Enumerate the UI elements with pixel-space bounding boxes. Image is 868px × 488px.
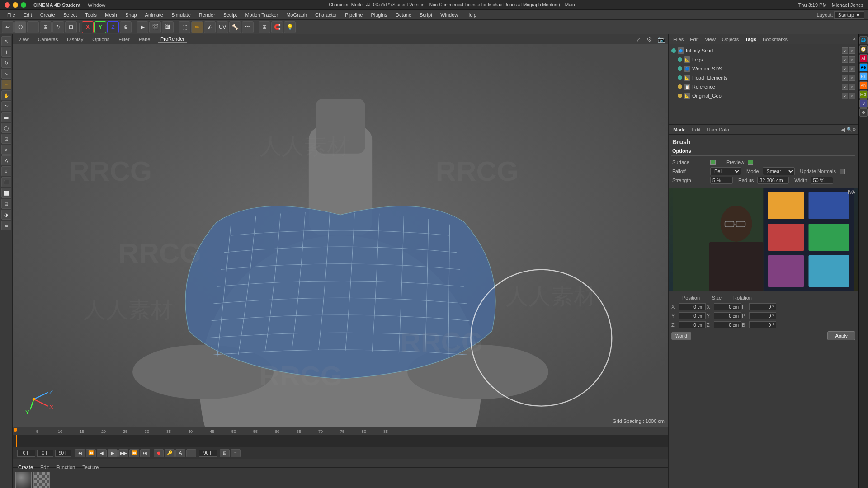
- tree-vis-2[interactable]: ○: [849, 56, 855, 63]
- tool-mask[interactable]: ◑: [1, 210, 11, 220]
- tree-item-infinity-scarf[interactable]: 🔷 Infinity Scarf ✓ ○: [670, 46, 856, 55]
- viewport[interactable]: Perspective: [13, 44, 668, 427]
- go-to-end-btn[interactable]: ⏭: [140, 449, 150, 457]
- rt-tab-files[interactable]: Files: [670, 36, 686, 43]
- props-tab-user-data[interactable]: User Data: [704, 126, 732, 133]
- tool-rotate[interactable]: ↻: [1, 58, 11, 68]
- rot-p-field[interactable]: [749, 312, 776, 319]
- size-z-field[interactable]: [714, 321, 741, 328]
- tree-vis-3[interactable]: ○: [849, 66, 855, 72]
- menu-select[interactable]: Select: [60, 11, 81, 19]
- record-btn[interactable]: ⏺: [154, 449, 164, 457]
- rotate-btn[interactable]: ↻: [52, 21, 64, 33]
- tree-vis-1[interactable]: ○: [849, 47, 855, 54]
- picture-viewer-btn[interactable]: 🖼: [162, 21, 174, 33]
- tool-brush[interactable]: ✏: [1, 80, 11, 89]
- sculpt-btn[interactable]: ✏: [191, 21, 203, 33]
- preview-end-field[interactable]: [199, 450, 217, 457]
- current-frame-field[interactable]: [17, 450, 35, 457]
- menu-simulate[interactable]: Simulate: [168, 11, 194, 19]
- tool-select-area[interactable]: ⬜: [1, 188, 11, 198]
- rs-chrome-icon[interactable]: 🌐: [859, 36, 868, 44]
- paint-btn[interactable]: 🖌: [204, 21, 216, 33]
- vp-tab-options[interactable]: Options: [90, 36, 112, 43]
- scale-btn[interactable]: ⊞: [40, 21, 52, 33]
- menu-edit[interactable]: Edit: [20, 11, 36, 19]
- width-field[interactable]: [811, 177, 833, 184]
- rt-tab-edit[interactable]: Edit: [687, 36, 701, 43]
- rs-ae-icon[interactable]: Ae: [859, 63, 868, 71]
- tree-vis-6[interactable]: ○: [849, 93, 855, 99]
- tree-item-original-geo[interactable]: 📐 Original_Geo ✓ ○: [670, 91, 856, 100]
- menu-animate[interactable]: Animate: [142, 11, 167, 19]
- render-settings-btn[interactable]: 🎬: [149, 21, 161, 33]
- tool-wax[interactable]: ⊡: [1, 134, 11, 144]
- traffic-lights[interactable]: [5, 2, 26, 8]
- menu-help[interactable]: Help: [462, 11, 480, 19]
- tool-knife[interactable]: ⚔: [1, 166, 11, 176]
- menu-motion-tracker[interactable]: Motion Tracker: [241, 11, 282, 19]
- timeline-more-btn[interactable]: ⋯: [186, 449, 196, 457]
- timeline-track[interactable]: [13, 435, 668, 447]
- auto-key-btn[interactable]: A: [175, 449, 185, 457]
- snap-btn[interactable]: 🧲: [271, 21, 283, 33]
- rot-h-field[interactable]: [749, 303, 776, 310]
- world-btn[interactable]: ⊕: [120, 21, 132, 33]
- rs-ps-icon[interactable]: Ps: [859, 72, 868, 80]
- render-btn[interactable]: ▶: [137, 21, 148, 33]
- pos-z-field[interactable]: [679, 321, 706, 328]
- pos-x-field[interactable]: [679, 303, 706, 310]
- end-frame-field[interactable]: [55, 450, 71, 457]
- rot-b-field[interactable]: [749, 321, 776, 328]
- menu-create[interactable]: Create: [37, 11, 59, 19]
- tool-move[interactable]: ✛: [1, 47, 11, 57]
- keyframe-btn[interactable]: 🔑: [165, 449, 175, 457]
- close-button[interactable]: [5, 2, 10, 8]
- mat-item-1[interactable]: Mat.1: [15, 472, 32, 488]
- rs-iva-icon[interactable]: IV: [859, 99, 868, 108]
- size-y-field[interactable]: [714, 312, 741, 319]
- uv-btn[interactable]: UV: [217, 21, 228, 33]
- strength-field[interactable]: [710, 177, 733, 184]
- tool-grab[interactable]: ✋: [1, 90, 11, 100]
- rs-ai-icon[interactable]: Ai: [859, 54, 868, 62]
- grid-btn[interactable]: ⊞: [259, 21, 270, 33]
- menu-pipeline[interactable]: Pipeline: [341, 11, 366, 19]
- tree-vis-4[interactable]: ○: [849, 75, 855, 81]
- rt-tab-bookmarks[interactable]: Bookmarks: [760, 36, 790, 43]
- rs-an-icon[interactable]: An: [859, 81, 868, 89]
- mat-tab-texture[interactable]: Texture: [80, 464, 101, 471]
- mat-tab-create[interactable]: Create: [15, 464, 36, 471]
- apply-button[interactable]: Apply: [827, 331, 855, 340]
- vp-tab-prorender[interactable]: ProRender: [158, 35, 187, 43]
- start-frame-field[interactable]: [37, 450, 53, 457]
- tree-item-legs[interactable]: 📐 Legs ✓ ○: [670, 55, 856, 64]
- mat-tab-edit[interactable]: Edit: [38, 464, 52, 471]
- play-btn[interactable]: ▶: [108, 449, 118, 457]
- menu-plugins[interactable]: Plugins: [367, 11, 391, 19]
- preview-checkbox[interactable]: [748, 160, 753, 165]
- tree-check-1[interactable]: ✓: [842, 47, 848, 54]
- falloff-dropdown[interactable]: Bell Linear Smooth: [710, 167, 741, 175]
- next-frame-btn[interactable]: ⏩: [129, 449, 139, 457]
- tool-relax[interactable]: ≋: [1, 221, 11, 230]
- playhead-marker[interactable]: [16, 435, 17, 447]
- layout-dropdown[interactable]: Startup ▼: [834, 11, 864, 19]
- menu-file[interactable]: File: [4, 11, 19, 19]
- menu-snap[interactable]: Snap: [122, 11, 141, 19]
- tool-crease[interactable]: ∧: [1, 145, 11, 155]
- menu-mesh[interactable]: Mesh: [101, 11, 121, 19]
- rt-tab-tags[interactable]: Tags: [742, 36, 759, 43]
- timeline-extra2[interactable]: ≡: [231, 449, 241, 457]
- menu-character[interactable]: Character: [311, 11, 340, 19]
- menu-script[interactable]: Script: [416, 11, 436, 19]
- tree-vis-5[interactable]: ○: [849, 84, 855, 90]
- timeline-extra1[interactable]: ⊞: [220, 449, 230, 457]
- size-x-field[interactable]: [714, 303, 741, 310]
- rs-extra-icon[interactable]: ⚙: [859, 108, 868, 117]
- pos-y-field[interactable]: [679, 312, 706, 319]
- select-btn[interactable]: ⬡: [14, 21, 26, 33]
- deform-btn[interactable]: 〜: [242, 21, 254, 33]
- maximize-button[interactable]: [21, 2, 26, 8]
- tree-item-reference[interactable]: 📋 Reference ✓ ○: [670, 82, 856, 91]
